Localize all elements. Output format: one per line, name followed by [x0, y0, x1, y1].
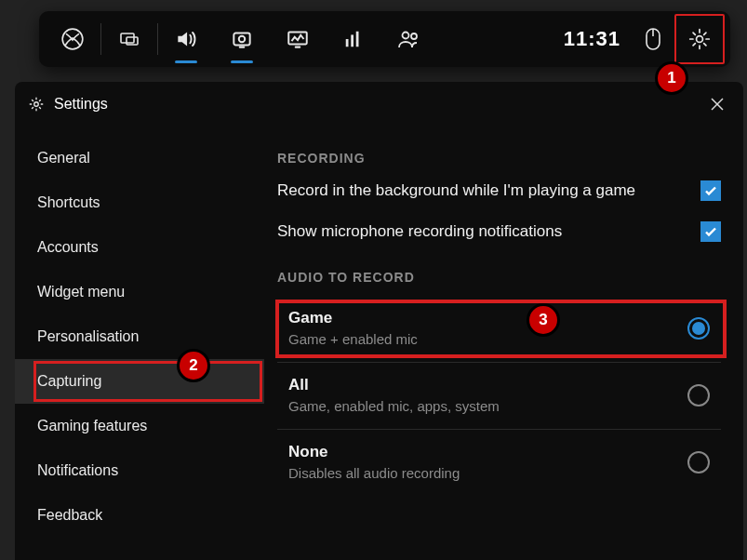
audio-to-record-group: Game Game + enabled mic All Game, enable…	[277, 300, 721, 492]
checkbox-checked-icon[interactable]	[700, 180, 721, 201]
sidebar-item-shortcuts[interactable]: Shortcuts	[15, 180, 264, 225]
sidebar-item-label: Notifications	[37, 462, 118, 478]
radio-subtitle: Disables all audio recording	[288, 465, 674, 481]
sidebar-item-feedback[interactable]: Feedback	[15, 493, 264, 538]
sidebar-item-capturing[interactable]: Capturing	[15, 359, 264, 404]
close-icon[interactable]	[704, 91, 730, 117]
radio-subtitle: Game, enabled mic, apps, system	[288, 398, 674, 414]
divider	[277, 362, 721, 363]
radio-subtitle: Game + enabled mic	[288, 331, 674, 347]
settings-icon[interactable]	[687, 27, 712, 51]
checkbox-label: Record in the background while I'm playi…	[277, 181, 687, 200]
svg-rect-3	[233, 33, 249, 46]
widgets-icon[interactable]	[101, 11, 157, 67]
svg-point-16	[34, 102, 39, 107]
settings-button-highlight	[674, 14, 725, 64]
annotation-marker-3: 3	[527, 303, 560, 337]
svg-point-11	[403, 33, 409, 39]
radio-button[interactable]	[687, 384, 710, 407]
section-heading-recording: RECORDING	[277, 151, 721, 166]
checkbox-row-background-record[interactable]: Record in the background while I'm playi…	[277, 180, 721, 201]
radio-button[interactable]	[687, 317, 710, 340]
svg-point-4	[239, 36, 246, 43]
performance-icon[interactable]	[270, 11, 326, 67]
radio-row-game[interactable]: Game Game + enabled mic	[277, 300, 721, 358]
sidebar-item-label: Feedback	[37, 507, 102, 523]
sidebar-item-notifications[interactable]: Notifications	[15, 448, 264, 493]
checkbox-row-mic-notifications[interactable]: Show microphone recording notifications	[277, 221, 721, 242]
checkbox-checked-icon[interactable]	[700, 221, 721, 242]
checkbox-label: Show microphone recording notifications	[277, 222, 687, 241]
radio-title: Game	[288, 309, 674, 327]
section-heading-audio: AUDIO TO RECORD	[277, 270, 721, 285]
sidebar-item-general[interactable]: General	[15, 136, 264, 180]
radio-row-all[interactable]: All Game, enabled mic, apps, system	[277, 367, 721, 425]
radio-title: All	[288, 376, 674, 394]
sidebar-item-label: Accounts	[37, 239, 99, 255]
sidebar-item-label: Gaming features	[37, 418, 147, 433]
capture-icon[interactable]	[214, 11, 270, 67]
annotation-marker-2: 2	[177, 349, 210, 382]
xbox-game-bar: 11:31	[39, 11, 730, 67]
svg-rect-9	[351, 34, 353, 47]
settings-sidebar: General Shortcuts Accounts Widget menu P…	[15, 127, 264, 560]
annotation-marker-1: 1	[655, 61, 688, 95]
radio-title: None	[288, 443, 674, 461]
radio-row-none[interactable]: None Disables all audio recording	[277, 433, 721, 492]
radio-button[interactable]	[687, 451, 710, 473]
xbox-icon[interactable]	[45, 11, 100, 67]
svg-rect-5	[239, 47, 246, 48]
mouse-icon[interactable]	[632, 11, 674, 67]
sidebar-item-personalisation[interactable]: Personalisation	[15, 314, 264, 359]
svg-point-15	[697, 36, 703, 43]
sidebar-item-gaming-features[interactable]: Gaming features	[15, 404, 264, 448]
social-icon[interactable]	[381, 11, 437, 67]
sidebar-item-label: Personalisation	[37, 328, 139, 344]
sidebar-item-label: Widget menu	[37, 284, 125, 300]
sidebar-item-label: Capturing	[37, 373, 101, 389]
sidebar-item-accounts[interactable]: Accounts	[15, 225, 264, 270]
settings-content: RECORDING Record in the background while…	[264, 127, 743, 560]
svg-rect-10	[356, 32, 359, 47]
panel-title: Settings	[54, 96, 108, 113]
divider	[277, 429, 721, 430]
svg-rect-8	[346, 39, 349, 47]
clock: 11:31	[553, 27, 632, 51]
sidebar-item-widget-menu[interactable]: Widget menu	[15, 270, 264, 314]
audio-icon[interactable]	[158, 11, 214, 67]
svg-point-12	[411, 33, 417, 39]
panel-header: Settings	[15, 82, 743, 127]
sidebar-item-label: General	[37, 150, 90, 166]
resources-icon[interactable]	[326, 11, 381, 67]
svg-rect-1	[121, 33, 134, 43]
sidebar-item-label: Shortcuts	[37, 194, 100, 210]
gear-icon	[28, 96, 45, 113]
settings-panel: Settings General Shortcuts Accounts Widg…	[15, 82, 743, 560]
svg-rect-7	[295, 47, 301, 48]
